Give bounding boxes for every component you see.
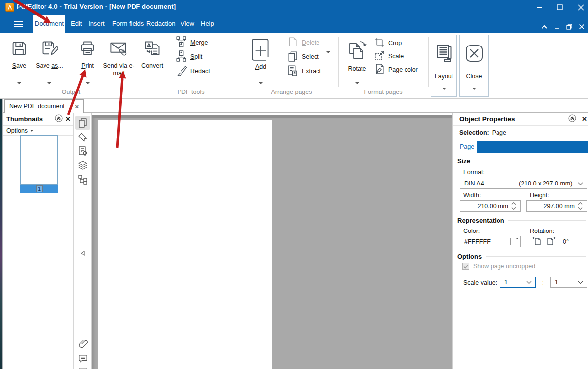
height-spinner[interactable] <box>578 202 585 210</box>
canvas-background <box>92 115 452 369</box>
save-as-button[interactable]: Save as... <box>35 33 64 91</box>
add-page-button[interactable]: Add <box>247 33 274 91</box>
delete-page-icon <box>287 36 298 49</box>
group-label-pdf-tools: PDF tools <box>137 89 245 96</box>
ribbon-separator <box>71 37 71 87</box>
add-dropdown-caret[interactable] <box>247 82 274 84</box>
show-page-uncropped-checkbox <box>462 263 469 270</box>
page-color-icon <box>374 64 385 76</box>
object-properties-panel: Object Properties ✕ Selection:Page Page … <box>452 113 588 369</box>
scale-denominator-select[interactable]: 1 <box>550 277 587 288</box>
save-as-dropdown-caret[interactable] <box>35 82 64 84</box>
comments-view-button[interactable] <box>75 351 90 365</box>
hamburger-menu-button[interactable] <box>14 21 23 27</box>
scale-numerator-select[interactable]: 1 <box>500 277 536 288</box>
layout-dropdown-caret[interactable] <box>431 88 456 90</box>
object-properties-header: Object Properties ✕ <box>453 113 588 126</box>
mdi-close-icon[interactable] <box>578 23 585 30</box>
document-tab[interactable]: New PDF document × <box>4 99 84 113</box>
tab-page-properties[interactable]: Page <box>457 141 477 153</box>
show-page-uncropped-label: Show page uncropped <box>473 263 535 270</box>
scale-icon <box>374 50 385 62</box>
pdf-page <box>98 120 272 369</box>
layers-icon <box>77 160 88 171</box>
save-button[interactable]: Save <box>5 33 34 91</box>
merge-button[interactable]: Merge <box>176 37 208 48</box>
scale-denominator-chevron-icon <box>578 279 583 286</box>
scale-button[interactable]: Scale <box>374 51 404 62</box>
ribbon-collapse-icon[interactable] <box>541 23 548 30</box>
window-close-button[interactable] <box>577 4 584 11</box>
thumbnails-panel: Thumbnails ✕ Options 1 <box>2 113 74 369</box>
thumbnails-close-icon[interactable]: ✕ <box>65 116 71 122</box>
layers-view-button[interactable] <box>75 158 90 172</box>
tab-close-icon[interactable]: × <box>75 103 79 110</box>
width-input[interactable]: 210.00 mm <box>460 200 521 212</box>
representation-section-header: Representation <box>457 217 586 224</box>
color-dropdown-caret <box>516 239 519 246</box>
selection-label: Selection: <box>459 129 489 136</box>
bookmarks-view-button[interactable] <box>75 131 90 144</box>
mdi-restore-icon[interactable] <box>566 23 573 30</box>
tab-insert[interactable]: Insert <box>89 15 105 33</box>
window-maximize-button[interactable] <box>556 4 563 11</box>
tab-help[interactable]: Help <box>201 15 214 33</box>
document-tabbar: New PDF document × <box>2 99 588 113</box>
extract-pages-icon <box>287 65 298 78</box>
mdi-minimize-icon[interactable] <box>553 23 560 30</box>
tab-form-fields[interactable]: Form fields <box>112 15 144 33</box>
rotate-dropdown-caret[interactable] <box>343 82 371 84</box>
rotate-button[interactable]: Rotate <box>343 33 371 91</box>
thumbnails-options-dropdown[interactable]: Options <box>3 126 73 136</box>
redact-button[interactable]: Redact <box>176 66 210 77</box>
pages-icon <box>77 117 88 128</box>
rotate-left-button[interactable] <box>531 236 542 247</box>
structure-view-button[interactable] <box>75 172 90 186</box>
tab-edit[interactable]: Edit <box>71 15 82 33</box>
height-value: 297.00 mm <box>543 203 575 210</box>
send-via-email-button[interactable]: Send via e-mail <box>103 33 135 91</box>
scale-colon: : <box>542 279 543 286</box>
scale-denominator-value: 1 <box>555 279 558 286</box>
format-select[interactable]: DIN A4 (210.0 x 297.0 mm) <box>460 178 587 189</box>
height-input[interactable]: 297.00 mm <box>526 200 587 212</box>
split-button[interactable]: Split <box>176 51 202 62</box>
format-dimensions: (210.0 x 297.0 mm) <box>519 180 572 187</box>
thumbnail-page-number: 1 <box>36 185 43 192</box>
layout-button[interactable]: Layout <box>431 35 457 97</box>
panel-collapse-icon[interactable] <box>568 114 576 124</box>
menubar: Document Edit Insert Form fields Redacti… <box>0 15 588 33</box>
select-pages-button[interactable]: Select <box>287 51 330 62</box>
window-minimize-button[interactable] <box>536 4 543 11</box>
extract-pages-button[interactable]: Extract <box>287 66 321 77</box>
tab-redaction[interactable]: Redaction <box>146 15 176 33</box>
signatures-view-button[interactable] <box>75 144 90 158</box>
collapse-sidebar-button[interactable] <box>75 246 90 260</box>
format-chevron-icon <box>578 180 583 187</box>
list-view-button[interactable] <box>75 365 90 369</box>
ribbon: Save Save as... Print <box>0 33 588 99</box>
width-spinner[interactable] <box>511 202 518 210</box>
rotation-label: Rotation: <box>530 228 554 234</box>
color-input[interactable]: #FFFFFF <box>460 236 521 247</box>
page-thumbnail[interactable]: 1 <box>20 135 58 193</box>
tab-view[interactable]: View <box>181 15 194 33</box>
panel-collapse-icon[interactable] <box>55 114 63 124</box>
thumbnail-page-preview <box>20 135 58 185</box>
select-dropdown-caret[interactable] <box>326 53 330 60</box>
close-document-button[interactable]: Close <box>459 35 489 97</box>
color-value: #FFFFFF <box>464 238 491 245</box>
print-button[interactable]: Print <box>73 33 102 91</box>
object-properties-close-icon[interactable]: ✕ <box>582 116 587 122</box>
save-dropdown-caret[interactable] <box>5 82 34 84</box>
close-dropdown-caret[interactable] <box>460 88 488 90</box>
convert-button[interactable]: Convert <box>137 33 167 91</box>
thumbnails-view-button[interactable] <box>75 116 90 130</box>
crop-button[interactable]: Crop <box>374 38 402 48</box>
page-color-button[interactable]: Page color <box>374 64 418 75</box>
print-dropdown-caret[interactable] <box>73 82 102 84</box>
attachments-view-button[interactable] <box>75 336 90 350</box>
redact-icon <box>176 65 187 78</box>
rotate-right-button[interactable] <box>546 236 557 247</box>
tab-document[interactable]: Document <box>33 15 65 33</box>
